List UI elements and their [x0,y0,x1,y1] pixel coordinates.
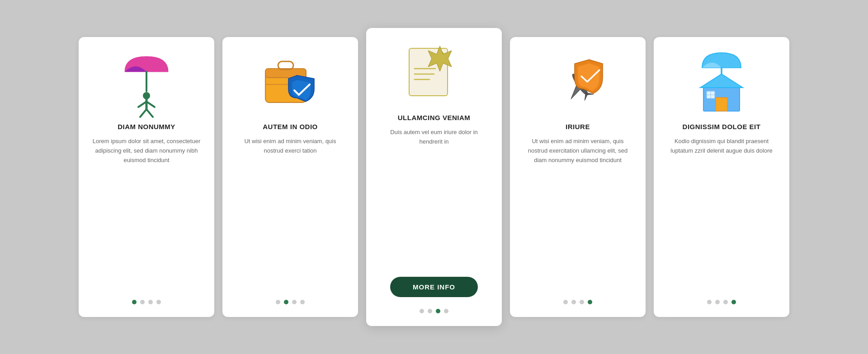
medical-doc-icon [402,42,466,105]
cards-container: DIAM NONUMMY Lorem ipsum dolor sit amet,… [52,10,816,344]
card-3-title: ULLAMCING VENIAM [398,114,471,121]
svg-line-4 [138,102,146,107]
dot-1-4 [156,300,161,304]
plane-shield-icon [546,51,609,114]
dot-4-1 [563,300,568,304]
card-1: DIAM NONUMMY Lorem ipsum dolor sit amet,… [79,37,214,317]
dot-1-2 [140,300,145,304]
card-3: ULLAMCING VENIAM Duis autem vel eum iriu… [366,28,502,326]
umbrella-person-icon [115,51,178,114]
card-5: DIGNISSIM DOLOE EIT Kodio dignissim qui … [654,37,789,317]
card-5-dots [707,295,736,304]
dot-2-4 [300,300,305,304]
svg-line-6 [140,109,146,117]
card-2-title: AUTEM IN ODIO [263,123,318,130]
dot-2-1 [276,300,280,304]
svg-marker-24 [700,74,743,88]
card-1-title: DIAM NONUMMY [118,123,175,130]
card-5-text: Kodio dignissim qui blandit praesent lup… [666,137,777,286]
more-info-button[interactable]: MORE INFO [390,277,478,297]
dot-3-2 [428,309,432,313]
dot-2-3 [292,300,297,304]
house-umbrella-icon [690,51,753,114]
dot-4-3 [580,300,584,304]
svg-line-7 [146,109,153,117]
card-2-dots [276,295,305,304]
dot-1-1 [132,300,137,304]
dot-3-4 [444,309,448,313]
dot-5-4 [731,300,736,304]
dot-5-1 [707,300,712,304]
card-4-text: Ut wisi enim ad minim veniam, quis nostr… [523,137,633,286]
card-1-text: Lorem ipsum dolor sit amet, consectetuer… [91,137,202,286]
dot-4-2 [571,300,576,304]
svg-rect-25 [716,98,727,111]
card-4-title: IRIURE [566,123,590,130]
dot-3-3 [436,309,440,313]
luggage-shield-icon [259,51,322,114]
card-4: IRIURE Ut wisi enim ad minim veniam, qui… [510,37,646,317]
dot-5-3 [723,300,728,304]
card-3-dots [420,304,448,313]
card-4-dots [563,295,592,304]
card-2-text: Ut wisi enim ad minim veniam, quis nostr… [235,137,345,286]
dot-3-1 [420,309,424,313]
dot-2-2 [284,300,288,304]
svg-line-5 [146,102,155,107]
card-3-text: Duis autem vel eum iriure dolor in hendr… [379,128,489,268]
card-5-title: DIGNISSIM DOLOE EIT [683,123,761,130]
card-2: AUTEM IN ODIO Ut wisi enim ad minim veni… [222,37,358,317]
dot-1-3 [148,300,153,304]
card-1-dots [132,295,161,304]
dot-5-2 [715,300,720,304]
dot-4-4 [588,300,592,304]
